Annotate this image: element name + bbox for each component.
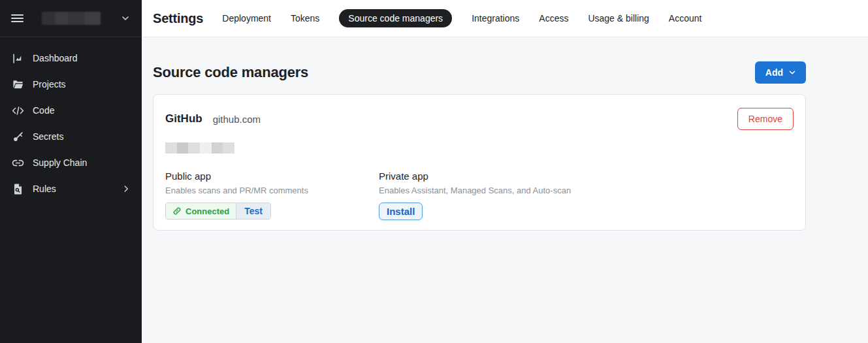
- private-app-title: Private app: [379, 171, 592, 182]
- tab-access[interactable]: Access: [539, 9, 568, 27]
- sidebar-item-projects[interactable]: Projects: [0, 71, 142, 97]
- code-icon: [11, 104, 24, 117]
- chevron-right-icon: [121, 184, 131, 193]
- public-app-section: Public app Enables scans and PR/MR comme…: [165, 171, 379, 220]
- scm-card-github: GitHub github.com Remove Public app Enab…: [153, 94, 806, 231]
- chevron-down-icon[interactable]: [120, 13, 131, 24]
- tab-account[interactable]: Account: [669, 9, 702, 27]
- sidebar-item-dashboard[interactable]: Dashboard: [0, 45, 142, 71]
- add-button[interactable]: Add: [755, 61, 806, 84]
- dashboard-icon: [11, 52, 24, 65]
- sidebar-item-label: Dashboard: [33, 53, 78, 63]
- page-title: Source code managers: [153, 64, 308, 81]
- connected-badge-group: Connected Test: [165, 203, 271, 220]
- settings-title: Settings: [153, 11, 203, 26]
- sidebar-item-label: Rules: [33, 184, 56, 194]
- scm-card-header: GitHub github.com Remove: [165, 108, 794, 130]
- status-badge: Connected: [166, 203, 236, 219]
- org-detail-redacted: [165, 142, 234, 154]
- tab-source-code-managers[interactable]: Source code managers: [339, 9, 452, 27]
- folder-icon: [11, 78, 24, 91]
- page-head: Source code managers Add: [153, 61, 806, 84]
- sidebar-item-supply-chain[interactable]: Supply Chain: [0, 150, 142, 176]
- private-app-description: Enables Assistant, Managed Scans, and Au…: [379, 186, 592, 195]
- sidebar-item-label: Supply Chain: [33, 157, 87, 168]
- org-name-redacted: [42, 12, 101, 25]
- chevron-down-icon: [788, 68, 797, 77]
- tab-integrations[interactable]: Integrations: [472, 9, 519, 27]
- sidebar-item-label: Secrets: [33, 131, 63, 142]
- scm-domain: github.com: [213, 114, 261, 125]
- tab-tokens[interactable]: Tokens: [291, 9, 319, 27]
- public-app-title: Public app: [165, 171, 379, 182]
- link-icon: [172, 206, 182, 216]
- rules-doc-icon: [11, 182, 24, 195]
- right-pane: Settings Deployment Tokens Source code m…: [142, 0, 868, 343]
- sidebar-item-label: Projects: [33, 79, 66, 90]
- public-app-actions: Connected Test: [165, 203, 379, 220]
- sidebar-header: [0, 0, 142, 37]
- sidebar-item-code[interactable]: Code: [0, 97, 142, 123]
- key-icon: [11, 130, 24, 143]
- sidebar-item-secrets[interactable]: Secrets: [0, 123, 142, 150]
- public-app-description: Enables scans and PR/MR comments: [165, 186, 379, 195]
- install-button[interactable]: Install: [379, 203, 423, 220]
- remove-button[interactable]: Remove: [737, 108, 794, 130]
- tab-deployment[interactable]: Deployment: [222, 9, 271, 27]
- sidebar-item-rules[interactable]: Rules: [0, 176, 142, 202]
- scm-name: GitHub: [165, 112, 202, 125]
- apps-row: Public app Enables scans and PR/MR comme…: [165, 171, 794, 220]
- settings-tabs: Deployment Tokens Source code managers I…: [222, 9, 701, 27]
- sidebar-item-label: Code: [33, 105, 54, 116]
- private-app-actions: Install: [379, 203, 592, 220]
- tab-usage-billing[interactable]: Usage & billing: [588, 9, 649, 27]
- chain-icon: [11, 156, 24, 169]
- settings-header: Settings Deployment Tokens Source code m…: [142, 0, 868, 37]
- status-badge-label: Connected: [185, 206, 229, 216]
- sidebar-nav: Dashboard Projects Code Secrets Supply C…: [0, 37, 142, 202]
- menu-icon[interactable]: [11, 14, 24, 22]
- private-app-section: Private app Enables Assistant, Managed S…: [379, 171, 592, 220]
- main-content: Source code managers Add GitHub github.c…: [142, 37, 868, 343]
- sidebar: Dashboard Projects Code Secrets Supply C…: [0, 0, 142, 343]
- add-button-label: Add: [765, 67, 783, 78]
- test-button[interactable]: Test: [236, 203, 270, 219]
